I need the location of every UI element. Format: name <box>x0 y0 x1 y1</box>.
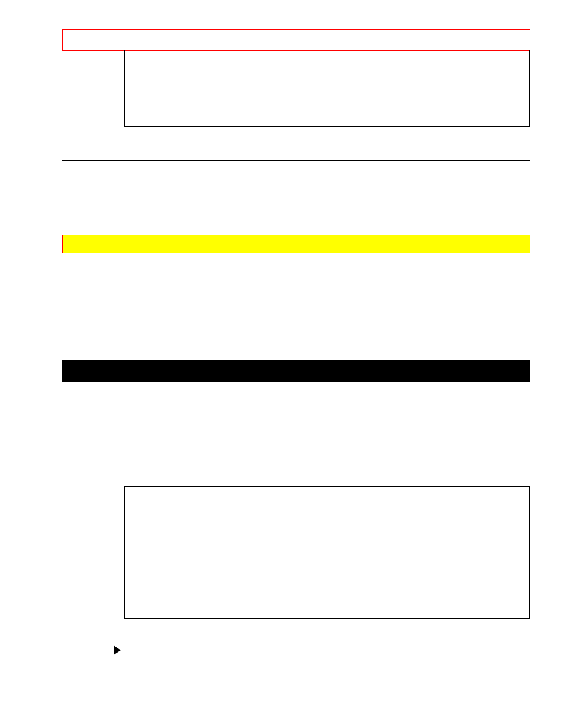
black-section-bar <box>62 360 530 382</box>
spacer <box>62 413 530 486</box>
spacer <box>62 382 530 413</box>
red-outline-box <box>62 29 530 51</box>
spacer <box>62 619 530 630</box>
spacer <box>62 253 530 360</box>
spacer <box>62 161 530 235</box>
bordered-box-top <box>124 50 530 127</box>
triangle-bullet-icon <box>114 645 121 655</box>
spacer <box>62 127 530 160</box>
yellow-highlight-box <box>62 235 530 253</box>
bordered-box-bottom <box>124 486 530 619</box>
spacer <box>62 630 530 645</box>
page-content <box>62 29 530 655</box>
